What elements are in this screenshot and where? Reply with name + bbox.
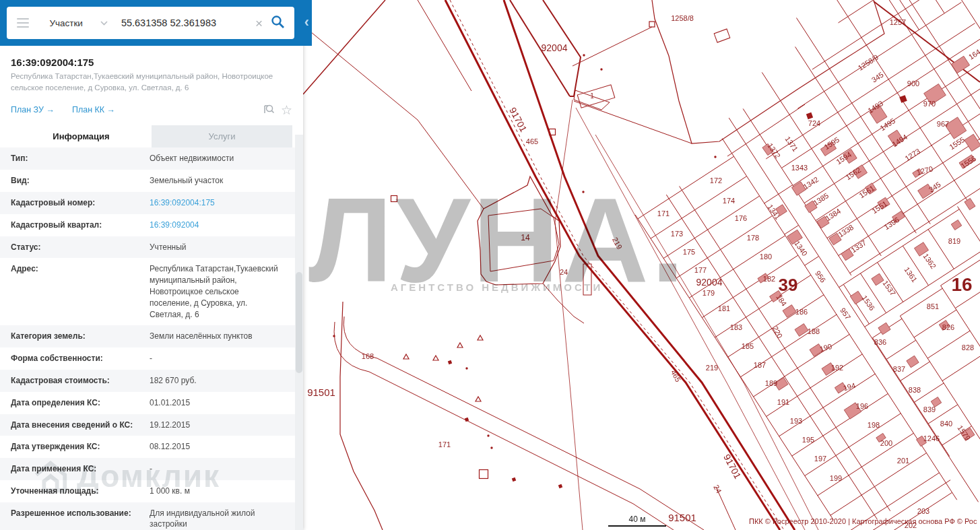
map-line [340, 302, 383, 530]
map-parcel-label: 194 [843, 381, 857, 392]
map-parcel-label: 16 [951, 274, 972, 295]
map-line [574, 101, 692, 143]
map-building [907, 356, 919, 368]
map-line [418, 0, 471, 91]
map-mark-triangle [403, 354, 409, 359]
table-row: Статус:Учтенный [0, 236, 303, 259]
scale-line [608, 525, 666, 527]
map-parcel-label: 1337 [849, 238, 868, 254]
detail-label: Вид: [11, 175, 150, 187]
search-category-dropdown[interactable]: Участки [49, 18, 108, 28]
map-parcel-label: 171 [438, 440, 451, 449]
plan-zu-link[interactable]: План ЗУ → [11, 105, 55, 114]
map-parcel-label: 1536 [860, 294, 876, 312]
map-parcel-label: 183 [730, 323, 742, 331]
map-parcel-label: 1258/8 [671, 14, 694, 22]
map-line [573, 27, 652, 66]
detail-value-link[interactable]: 16:39:092004 [150, 220, 292, 231]
map-parcel-label: 182 [763, 275, 775, 283]
cadastral-number-title: 16:39:092004:175 [11, 57, 292, 68]
map-parcel-label: 970 [923, 100, 936, 108]
map-parcel-label: 1537 [881, 279, 897, 297]
menu-icon[interactable] [17, 15, 29, 30]
plan-kk-link[interactable]: План КК → [72, 105, 115, 114]
result-card: 16:39:092004:175 Республика Татарстан,Ту… [0, 46, 303, 147]
map-parcel-label: 191 [777, 398, 789, 406]
map-line [303, 0, 385, 94]
map-parcel-label: 193 [790, 417, 802, 425]
map-labels: 1258/812571258/9345900164970967724149314… [307, 14, 980, 529]
map-parcel-label: 24 [712, 484, 723, 494]
map-parcel-label: 198 [868, 421, 880, 429]
map-parcel-label: 1273 [903, 147, 921, 162]
search-card: Участки × [7, 7, 294, 39]
map-parcel-label: 195 [802, 436, 814, 444]
map-parcel-label: 171 [657, 209, 669, 218]
detail-value: - [150, 463, 292, 475]
map-mark-square-outline [480, 470, 488, 479]
map-parcel-label: 836 [874, 338, 886, 346]
map-parcel-label: 200 [880, 439, 892, 447]
detail-value: 182 670 руб. [150, 375, 292, 387]
detail-value: - [150, 353, 292, 364]
clear-search-icon[interactable]: × [249, 17, 269, 30]
map-parcel-label: 186 [795, 308, 808, 316]
detail-label: Категория земель: [11, 331, 150, 342]
table-row: Кадастровая стоимость:182 670 руб. [0, 370, 303, 392]
map-parcel-label: 1361 [903, 265, 919, 284]
map-parcel-label: 1556 [959, 154, 977, 170]
detail-label: Тип: [11, 153, 150, 164]
map-road [445, 0, 780, 530]
map-building [965, 134, 980, 151]
detail-value-link[interactable]: 16:39:092004:175 [150, 197, 292, 209]
map-parcel-label: 840 [940, 420, 952, 428]
map-mark-triangle [433, 356, 438, 360]
table-row: Дата применения КС:- [0, 458, 303, 480]
search-button[interactable] [269, 15, 294, 31]
tab-services[interactable]: Услуги [152, 125, 292, 147]
scrollbar-thumb[interactable] [296, 272, 302, 373]
detail-label: Дата утверждения КС: [11, 441, 150, 453]
map-parcel-label: 24 [560, 268, 568, 276]
map-road [504, 0, 795, 530]
table-row: Разрешенное использование:Для индивидуал… [0, 502, 303, 530]
detail-value: Земельный участок [150, 175, 292, 187]
search-header: Участки × ‹ [0, 0, 312, 46]
map-parcel-label: 838 [909, 386, 921, 394]
map-mark-dot [465, 367, 467, 369]
map-building-outline [714, 29, 730, 42]
map-parcel-label: 826 [942, 323, 954, 331]
map-line [334, 322, 674, 530]
table-row: Уточненная площадь:1 000 кв. м [0, 480, 303, 502]
map-parcel-label: 900 [907, 79, 919, 88]
tab-information[interactable]: Информация [11, 125, 152, 147]
detail-label: Дата определения КС: [11, 397, 150, 409]
map-parcel-label: 203 [917, 507, 929, 515]
map-parcel-label: 967 [937, 120, 949, 128]
map-parcel-label: 1257 [890, 18, 906, 26]
detail-label: Разрешенное использование: [11, 508, 150, 530]
map-mark-dot [714, 156, 716, 158]
map-parcel-label: 956 [814, 269, 827, 284]
map-parcel-label: 178 [747, 234, 759, 242]
map-parcel-label: 219 [706, 364, 718, 372]
map-parcel-label: 189 [765, 379, 777, 387]
map-parcel-label: 188 [808, 327, 820, 335]
search-icon [271, 15, 285, 29]
preview-search-icon[interactable] [263, 102, 275, 117]
table-row: Категория земель:Земли населённых пункто… [0, 325, 303, 347]
search-input[interactable] [120, 17, 249, 29]
map-parcel-label: 839 [923, 405, 936, 413]
map-parcel-label: 177 [694, 266, 707, 274]
map-parcel-label: 1340 [793, 239, 809, 257]
chevron-down-icon [100, 21, 108, 26]
map-parcel-label: 220 [771, 325, 784, 339]
favorite-star-icon[interactable]: ☆ [281, 104, 292, 117]
map-parcel-label: 1384 [824, 207, 842, 222]
sidebar-scrollbar[interactable] [295, 135, 303, 530]
collapse-sidebar-button[interactable]: ‹ [303, 15, 311, 30]
map-parcel-label: 199 [830, 474, 842, 482]
detail-value: 1 000 кв. м [150, 486, 292, 497]
map-mark-square [558, 484, 562, 488]
detail-label: Форма собственности: [11, 353, 150, 364]
